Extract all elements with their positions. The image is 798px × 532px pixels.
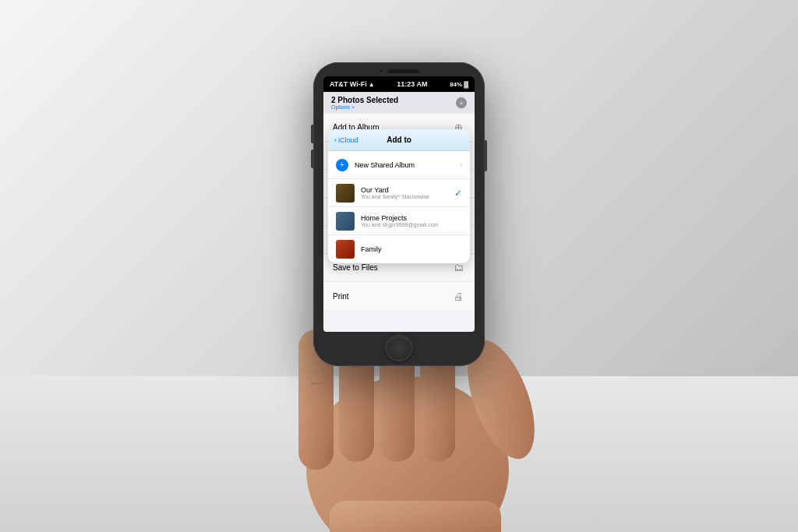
icloud-back-label: iCloud [338, 136, 358, 144]
home-projects-item[interactable]: Home Projects You and strgzr9999@gmail.c… [328, 207, 470, 235]
menu-item-print[interactable]: Print 🖨 [323, 282, 475, 310]
chevron-right-icon: › [460, 160, 462, 169]
phone-top-bar [313, 62, 485, 76]
icloud-nav-title: Add to [387, 136, 411, 144]
battery-label: 84% [450, 81, 462, 88]
home-projects-title: Home Projects [361, 214, 462, 222]
plus-icon: + [336, 159, 348, 171]
back-chevron-icon: ‹ [334, 136, 337, 144]
action-sheet-header: 2 Photos Selected Options > × [323, 92, 475, 114]
volume-down-button[interactable] [311, 150, 313, 168]
home-button[interactable] [385, 335, 413, 361]
icloud-back-button[interactable]: ‹ iCloud [334, 136, 358, 144]
new-shared-album-label: New Shared Album [355, 161, 454, 169]
time-label: 11:23 AM [397, 80, 427, 88]
our-yard-title: Our Yard [361, 186, 448, 194]
status-right: 84% ▓ [450, 81, 468, 88]
volume-up-button[interactable] [311, 125, 313, 143]
family-thumbnail [336, 240, 355, 259]
family-item[interactable]: Family [328, 235, 470, 263]
phone-speaker [388, 69, 419, 73]
printer-icon: 🖨 [451, 289, 465, 303]
photos-selected-label: 2 Photos Selected [331, 96, 398, 104]
status-left: AT&T Wi-Fi ▲ [330, 80, 375, 88]
battery-icon: ▓ [464, 81, 468, 88]
phone-screen: AT&T Wi-Fi ▲ 11:23 AM 84% ▓ 2 Photos Sel… [323, 76, 475, 332]
phone-body: AT&T Wi-Fi ▲ 11:23 AM 84% ▓ 2 Photos Sel… [313, 62, 485, 366]
selected-checkmark-icon: ✓ [454, 188, 462, 199]
wifi-icon: ▲ [369, 81, 375, 88]
our-yard-thumbnail [336, 184, 355, 203]
status-bar: AT&T Wi-Fi ▲ 11:23 AM 84% ▓ [323, 76, 475, 92]
power-button[interactable] [485, 140, 487, 171]
close-button[interactable]: × [456, 97, 467, 108]
phone-camera [379, 69, 383, 73]
home-projects-subtitle: You and strgzr9999@gmail.com [361, 222, 462, 227]
options-link[interactable]: Options > [331, 104, 398, 110]
home-projects-thumbnail [336, 212, 355, 231]
carrier-label: AT&T Wi-Fi [330, 80, 367, 88]
svg-rect-10 [330, 501, 501, 532]
family-title: Family [361, 245, 462, 253]
new-shared-album-item[interactable]: + New Shared Album › [328, 151, 470, 179]
our-yard-subtitle: You and Sandy* Stachowiak [361, 194, 448, 199]
icloud-nav-bar: ‹ iCloud Add to [328, 129, 470, 151]
action-menu: 2 Photos Selected Options > × Add to Alb… [323, 92, 475, 310]
icloud-dropdown: ‹ iCloud Add to + New Shared Album › [328, 129, 470, 263]
our-yard-item[interactable]: Our Yard You and Sandy* Stachowiak ✓ [328, 179, 470, 207]
